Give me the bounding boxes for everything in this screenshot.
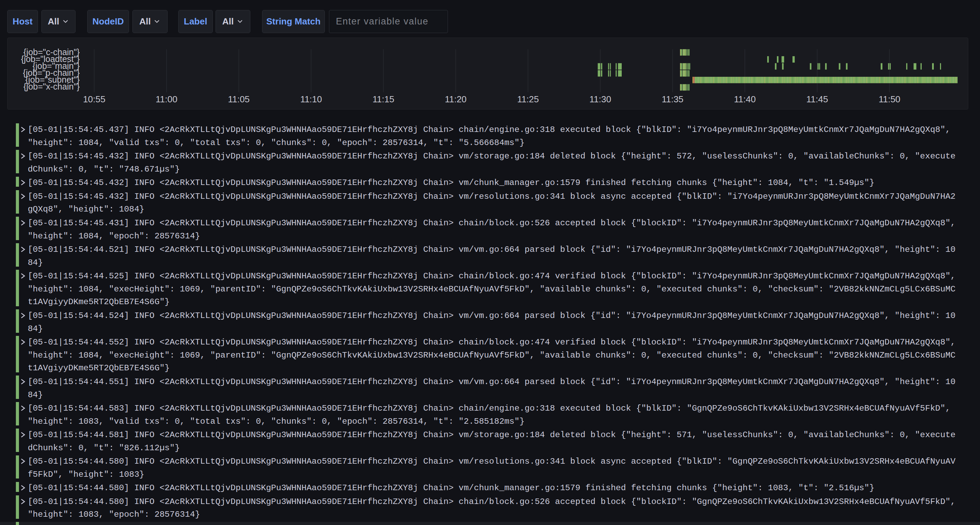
svg-text:11:35: 11:35	[662, 94, 683, 105]
svg-text:11:25: 11:25	[517, 94, 539, 105]
svg-text:11:15: 11:15	[372, 94, 394, 105]
svg-text:11:20: 11:20	[445, 94, 466, 105]
svg-text:11:00: 11:00	[156, 94, 177, 105]
svg-text:11:30: 11:30	[589, 94, 611, 105]
svg-text:{job="x-chain"}: {job="x-chain"}	[24, 82, 80, 91]
svg-text:11:10: 11:10	[300, 94, 322, 105]
svg-text:11:50: 11:50	[879, 94, 900, 105]
svg-text:11:40: 11:40	[734, 94, 756, 105]
svg-text:11:45: 11:45	[806, 94, 828, 105]
svg-text:11:05: 11:05	[228, 94, 250, 105]
svg-text:10:55: 10:55	[83, 94, 105, 105]
